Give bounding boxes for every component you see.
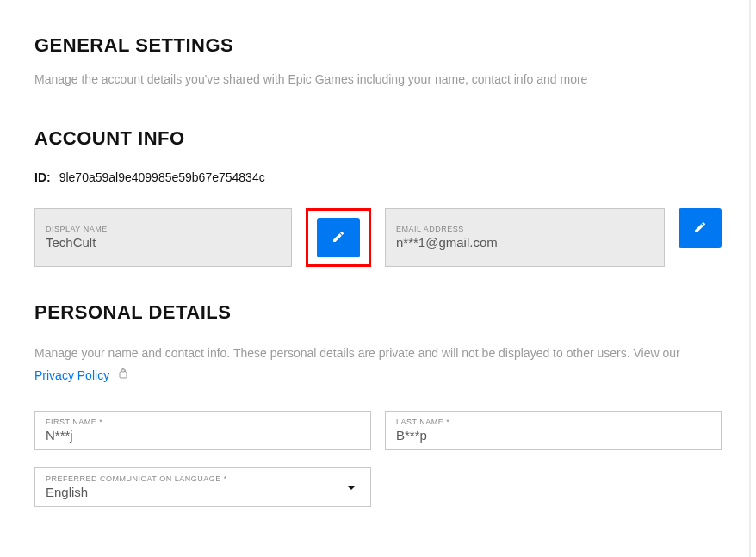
last-name-value: B***p <box>396 428 710 443</box>
account-info-title: ACCOUNT INFO <box>34 127 722 150</box>
language-row: PREFERRED COMMUNICATION LANGUAGE * Engli… <box>34 467 722 507</box>
lock-icon <box>118 368 128 383</box>
email-group: EMAIL ADDRESS n***1@gmail.com <box>385 208 722 267</box>
email-field: EMAIL ADDRESS n***1@gmail.com <box>385 208 665 267</box>
personal-subtitle: Manage your name and contact info. These… <box>34 344 722 362</box>
page-subtitle: Manage the account details you've shared… <box>34 72 722 86</box>
email-label: EMAIL ADDRESS <box>396 225 654 233</box>
last-name-field[interactable]: LAST NAME * B***p <box>385 411 722 450</box>
id-label: ID: <box>34 170 51 184</box>
id-value: 9le70a59al9e409985e59b67e754834c <box>59 170 265 184</box>
highlight-annotation <box>306 208 371 267</box>
display-name-label: DISPLAY NAME <box>46 225 281 233</box>
privacy-policy-link[interactable]: Privacy Policy <box>34 368 109 382</box>
page-title: GENERAL SETTINGS <box>34 34 722 57</box>
language-select[interactable]: PREFERRED COMMUNICATION LANGUAGE * Engli… <box>34 467 371 507</box>
display-name-group: DISPLAY NAME TechCult <box>34 208 371 267</box>
first-name-field[interactable]: FIRST NAME * N***j <box>34 411 371 450</box>
edit-display-name-button[interactable] <box>317 218 360 257</box>
email-value: n***1@gmail.com <box>396 235 654 250</box>
last-name-label: LAST NAME * <box>396 418 710 426</box>
edit-email-button[interactable] <box>679 208 722 248</box>
pencil-icon <box>693 220 707 237</box>
right-divider <box>749 0 751 557</box>
language-label: PREFERRED COMMUNICATION LANGUAGE * <box>46 474 360 483</box>
personal-name-row: FIRST NAME * N***j LAST NAME * B***p <box>34 411 722 450</box>
chevron-down-icon <box>346 480 356 495</box>
privacy-row: Privacy Policy <box>34 368 722 383</box>
personal-details-title: PERSONAL DETAILS <box>34 301 722 324</box>
account-fields-row: DISPLAY NAME TechCult EMAIL ADDRESS n***… <box>34 208 722 267</box>
account-id-row: ID: 9le70a59al9e409985e59b67e754834c <box>34 170 722 184</box>
first-name-value: N***j <box>46 428 360 443</box>
display-name-value: TechCult <box>46 235 281 250</box>
first-name-label: FIRST NAME * <box>46 418 360 426</box>
language-value: English <box>46 485 360 499</box>
pencil-icon <box>332 230 345 246</box>
display-name-field: DISPLAY NAME TechCult <box>34 208 292 267</box>
